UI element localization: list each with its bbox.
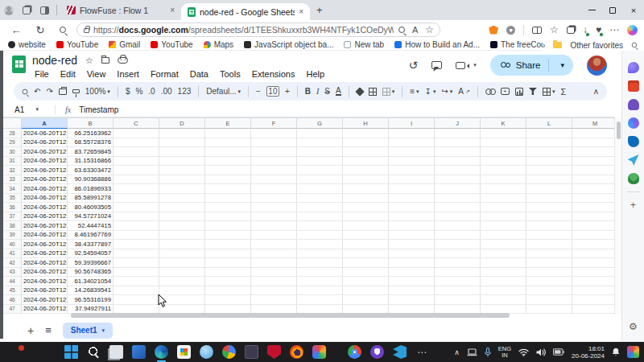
- bookmark-item[interactable]: JavaScript object ba...: [244, 40, 333, 49]
- cell-value[interactable]: 14.26839541: [68, 286, 114, 295]
- empty-cells[interactable]: [114, 268, 615, 277]
- empty-cells[interactable]: [114, 221, 615, 230]
- row-header[interactable]: 44: [3, 277, 22, 286]
- row-header[interactable]: 40: [3, 240, 22, 249]
- taskbar-app-icon[interactable]: [177, 345, 191, 359]
- sidebar-settings-icon[interactable]: ⚙: [629, 321, 638, 332]
- column-header[interactable]: D: [159, 117, 205, 129]
- notifications-bell-icon[interactable]: [612, 348, 620, 356]
- copilot-icon[interactable]: [627, 25, 638, 35]
- bookmark-item[interactable]: website: [8, 40, 46, 49]
- minimize-button[interactable]: [581, 0, 602, 20]
- hidden-icons-chevron[interactable]: ∧: [454, 348, 460, 356]
- games-sidebar-icon[interactable]: [628, 99, 639, 110]
- cell-value[interactable]: 92.54594057: [68, 249, 114, 258]
- toolbar-search-icon[interactable]: [22, 88, 28, 95]
- cell-value[interactable]: 90.56748365: [68, 268, 114, 277]
- format-percent-button[interactable]: %: [135, 87, 142, 96]
- refresh-button[interactable]: ↻: [31, 22, 50, 38]
- row-header[interactable]: 45: [3, 286, 22, 295]
- vertical-align-button[interactable]: ↧▾: [425, 87, 436, 96]
- customize-sidebar-button[interactable]: +: [630, 200, 636, 211]
- user-avatar[interactable]: [587, 56, 607, 76]
- horizontal-scrollbar[interactable]: [71, 313, 510, 318]
- empty-cells[interactable]: [114, 147, 615, 156]
- taskbar-app-icon[interactable]: [64, 345, 78, 359]
- insert-comment-button[interactable]: +: [501, 88, 510, 95]
- row-header[interactable]: 29: [3, 138, 22, 147]
- taskbar-app-icon[interactable]: [312, 345, 326, 359]
- tab-flowfuse[interactable]: FlowFuse : Flow 1 ×: [60, 0, 181, 20]
- row-header[interactable]: 33: [3, 175, 22, 184]
- tab-node-red-sheets[interactable]: node-red - Google Sheets ×: [181, 3, 310, 20]
- cell-value[interactable]: 90.90368886: [68, 175, 114, 184]
- cell-timestamp[interactable]: 2024-06-20T12:2: [22, 295, 68, 304]
- bookmark-item[interactable]: Maps: [204, 40, 233, 49]
- empty-cells[interactable]: [114, 240, 615, 249]
- column-header[interactable]: I: [389, 117, 435, 129]
- read-aloud-icon[interactable]: A: [412, 25, 418, 35]
- sheet-tab-sheet1[interactable]: Sheet1 ▾: [63, 323, 113, 339]
- row-header[interactable]: 43: [3, 268, 22, 277]
- column-header[interactable]: C: [114, 117, 159, 129]
- column-header[interactable]: K: [481, 117, 526, 129]
- cell-timestamp[interactable]: 2024-06-20T12:2: [22, 147, 68, 156]
- collections-icon[interactable]: [567, 27, 575, 34]
- taskbar-app-icon[interactable]: [267, 345, 281, 359]
- filter-views-button[interactable]: ▾: [543, 88, 555, 96]
- cell-timestamp[interactable]: 2024-06-20T12:2: [22, 203, 68, 212]
- text-rotation-button[interactable]: A↗: [458, 87, 470, 96]
- taskbar-app-icon[interactable]: [290, 345, 303, 359]
- column-header[interactable]: H: [343, 117, 389, 129]
- row-header[interactable]: 31: [3, 157, 22, 166]
- menu-item[interactable]: Help: [300, 68, 330, 80]
- add-sheet-button[interactable]: +: [27, 324, 34, 337]
- functions-button[interactable]: Σ: [560, 87, 566, 97]
- messaging-sidebar-icon[interactable]: [628, 154, 639, 166]
- favorite-star-icon[interactable]: ☆: [425, 24, 434, 35]
- drop-sidebar-icon[interactable]: [628, 117, 639, 129]
- strikethrough-button[interactable]: S: [324, 87, 330, 96]
- column-header[interactable]: L: [526, 117, 572, 129]
- empty-cells[interactable]: [114, 194, 615, 203]
- row-header[interactable]: 47: [3, 305, 22, 314]
- cell-timestamp[interactable]: 2024-06-20T12:2: [22, 157, 68, 166]
- column-header[interactable]: G: [297, 117, 343, 129]
- share-button[interactable]: Share ▾: [490, 55, 573, 76]
- bookmark-item[interactable]: Gmail: [109, 40, 140, 49]
- cell-timestamp[interactable]: 2024-06-20T12:2: [22, 129, 68, 138]
- cell-value[interactable]: 86.01896933: [68, 184, 114, 193]
- taskbar-app-icon[interactable]: [155, 345, 168, 359]
- widgets-weather-icon[interactable]: [8, 345, 24, 358]
- taskbar-app-icon[interactable]: [370, 345, 384, 359]
- zoom-icon[interactable]: [398, 27, 405, 33]
- zoom-select[interactable]: 100%▾: [85, 87, 110, 96]
- sidebar-search-icon[interactable]: [632, 43, 637, 47]
- empty-cells[interactable]: [114, 203, 615, 212]
- tab-actions-icon[interactable]: [35, 3, 53, 18]
- row-header[interactable]: 46: [3, 295, 22, 304]
- empty-cells[interactable]: [114, 277, 615, 286]
- empty-cells[interactable]: [114, 295, 615, 304]
- bookmark-item[interactable]: YouTube: [56, 40, 98, 49]
- redo-icon[interactable]: ↷: [46, 87, 52, 96]
- cell-value[interactable]: 83.72659845: [68, 147, 114, 156]
- menu-item[interactable]: View: [81, 68, 112, 80]
- bookmark-item[interactable]: How to Build an Ad...: [394, 40, 480, 49]
- cell-timestamp[interactable]: 2024-06-20T12:2: [22, 277, 68, 286]
- profile-icon[interactable]: [0, 3, 18, 18]
- bold-button[interactable]: B: [305, 87, 311, 96]
- paint-format-icon[interactable]: [72, 89, 80, 93]
- comments-icon[interactable]: [431, 61, 442, 69]
- split-screen-icon[interactable]: [532, 27, 542, 34]
- laptop-icon[interactable]: [467, 348, 477, 356]
- cell-value[interactable]: 94.57271024: [68, 212, 114, 221]
- cell-timestamp[interactable]: 2024-06-20T12:2: [22, 240, 68, 249]
- cell-value[interactable]: 85.58991278: [68, 194, 114, 203]
- copilot-sidebar-icon[interactable]: [628, 62, 639, 73]
- menu-item[interactable]: Tools: [214, 68, 246, 80]
- browser-essentials-icon[interactable]: ♥: [596, 24, 601, 35]
- font-size-input[interactable]: 10: [266, 86, 279, 97]
- column-header[interactable]: M: [572, 117, 618, 129]
- column-header[interactable]: E: [205, 117, 251, 129]
